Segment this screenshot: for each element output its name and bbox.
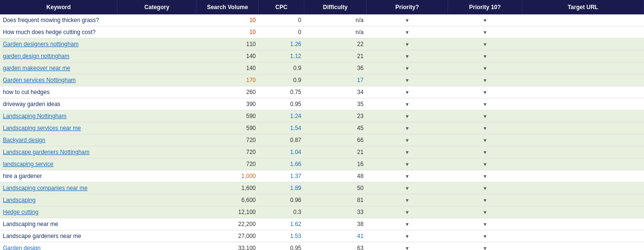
priority10-dropdown[interactable]: ▼	[483, 138, 487, 143]
priority10-cell[interactable]: ▼	[448, 98, 522, 110]
table-row: Landscaping Nottingham5901.2423 ▼ ▼	[0, 110, 644, 122]
priority10-cell[interactable]: ▼	[448, 134, 522, 146]
priority10-cell[interactable]: ▼	[448, 218, 522, 230]
priority-cell[interactable]: ▼	[367, 242, 448, 250]
keyword-link[interactable]: landscaping service	[3, 161, 53, 167]
keyword-link[interactable]: Landscaping services near me	[3, 125, 81, 131]
priority-cell[interactable]: ▼	[367, 98, 448, 110]
priority10-dropdown[interactable]: ▼	[483, 246, 487, 250]
priority-dropdown[interactable]: ▼	[405, 150, 410, 155]
priority-cell[interactable]: ▼	[367, 38, 448, 50]
priority-dropdown[interactable]: ▼	[405, 246, 410, 250]
priority-dropdown[interactable]: ▼	[405, 126, 410, 131]
priority-cell[interactable]: ▼	[367, 26, 448, 38]
priority10-dropdown[interactable]: ▼	[483, 150, 487, 155]
keyword-link[interactable]: Hedge cutting	[3, 209, 38, 215]
priority10-dropdown[interactable]: ▼	[483, 198, 487, 203]
priority10-dropdown[interactable]: ▼	[483, 174, 487, 179]
col-target-url: Target URL	[522, 0, 644, 14]
priority10-cell[interactable]: ▼	[448, 230, 522, 242]
priority-dropdown[interactable]: ▼	[405, 78, 410, 83]
priority-cell[interactable]: ▼	[367, 218, 448, 230]
priority-cell[interactable]: ▼	[367, 146, 448, 158]
priority-dropdown[interactable]: ▼	[405, 222, 410, 227]
keyword-link[interactable]: Garden designers nottingham	[3, 41, 79, 48]
priority10-dropdown[interactable]: ▼	[483, 54, 487, 59]
priority-cell[interactable]: ▼	[367, 122, 448, 134]
priority10-cell[interactable]: ▼	[448, 38, 522, 50]
target-url-cell	[522, 50, 644, 62]
priority-dropdown[interactable]: ▼	[405, 186, 410, 191]
keyword-link[interactable]: Landscaping companies near me	[3, 185, 88, 191]
priority-cell[interactable]: ▼	[367, 134, 448, 146]
priority10-dropdown[interactable]: ▼	[483, 114, 487, 119]
priority-dropdown[interactable]: ▼	[405, 18, 410, 23]
priority-cell[interactable]: ▼	[367, 50, 448, 62]
priority10-cell[interactable]: ▼	[448, 206, 522, 218]
priority10-dropdown[interactable]: ▼	[483, 30, 487, 35]
priority-dropdown[interactable]: ▼	[405, 102, 410, 107]
priority-dropdown[interactable]: ▼	[405, 66, 410, 71]
priority10-cell[interactable]: ▼	[448, 122, 522, 134]
keyword-link[interactable]: Landscaping Nottingham	[3, 113, 67, 119]
priority-dropdown[interactable]: ▼	[405, 234, 410, 239]
priority10-dropdown[interactable]: ▼	[483, 102, 487, 107]
priority10-dropdown[interactable]: ▼	[483, 234, 487, 239]
priority10-cell[interactable]: ▼	[448, 14, 522, 26]
priority10-cell[interactable]: ▼	[448, 146, 522, 158]
keyword-link[interactable]: garden makeover near me	[3, 65, 70, 71]
keyword-cell: hire a gardener	[0, 170, 117, 182]
priority10-cell[interactable]: ▼	[448, 242, 522, 250]
priority-dropdown[interactable]: ▼	[405, 90, 410, 95]
priority10-cell[interactable]: ▼	[448, 74, 522, 86]
priority10-dropdown[interactable]: ▼	[483, 162, 487, 167]
priority10-dropdown[interactable]: ▼	[483, 66, 487, 71]
priority10-dropdown[interactable]: ▼	[483, 42, 487, 47]
priority10-dropdown[interactable]: ▼	[483, 18, 487, 23]
priority10-cell[interactable]: ▼	[448, 194, 522, 206]
keyword-link[interactable]: garden design nottingham	[3, 53, 69, 60]
priority10-cell[interactable]: ▼	[448, 62, 522, 74]
priority10-cell[interactable]: ▼	[448, 110, 522, 122]
keyword-link[interactable]: Landscape gardeners Nottingham	[3, 149, 90, 155]
priority10-dropdown[interactable]: ▼	[483, 78, 487, 83]
priority10-cell[interactable]: ▼	[448, 158, 522, 170]
priority-cell[interactable]: ▼	[367, 206, 448, 218]
keyword-link[interactable]: Backyard design	[3, 137, 46, 143]
priority-cell[interactable]: ▼	[367, 182, 448, 194]
priority-cell[interactable]: ▼	[367, 230, 448, 242]
priority10-cell[interactable]: ▼	[448, 170, 522, 182]
priority-dropdown[interactable]: ▼	[405, 138, 410, 143]
priority-cell[interactable]: ▼	[367, 74, 448, 86]
priority-cell[interactable]: ▼	[367, 14, 448, 26]
priority10-dropdown[interactable]: ▼	[483, 222, 487, 227]
priority-cell[interactable]: ▼	[367, 170, 448, 182]
priority-cell[interactable]: ▼	[367, 86, 448, 98]
target-url-cell	[522, 146, 644, 158]
difficulty-cell: n/a	[304, 26, 367, 38]
priority-dropdown[interactable]: ▼	[405, 162, 410, 167]
priority-dropdown[interactable]: ▼	[405, 114, 410, 119]
priority-dropdown[interactable]: ▼	[405, 30, 410, 35]
priority-dropdown[interactable]: ▼	[405, 198, 410, 203]
priority-dropdown[interactable]: ▼	[405, 210, 410, 215]
priority-cell[interactable]: ▼	[367, 158, 448, 170]
priority10-cell[interactable]: ▼	[448, 50, 522, 62]
priority-dropdown[interactable]: ▼	[405, 174, 410, 179]
priority10-cell[interactable]: ▼	[448, 86, 522, 98]
keyword-link[interactable]: Landscaping	[3, 197, 35, 203]
cpc-cell: 1.66	[259, 158, 304, 170]
priority10-dropdown[interactable]: ▼	[483, 126, 487, 131]
priority10-dropdown[interactable]: ▼	[483, 90, 487, 95]
priority10-cell[interactable]: ▼	[448, 182, 522, 194]
keyword-link[interactable]: Garden design	[3, 245, 41, 250]
priority-cell[interactable]: ▼	[367, 194, 448, 206]
priority-dropdown[interactable]: ▼	[405, 42, 410, 47]
priority10-dropdown[interactable]: ▼	[483, 186, 487, 191]
priority10-cell[interactable]: ▼	[448, 26, 522, 38]
priority10-dropdown[interactable]: ▼	[483, 210, 487, 215]
priority-cell[interactable]: ▼	[367, 110, 448, 122]
keyword-link[interactable]: Garden services Nottingham	[3, 77, 76, 83]
priority-dropdown[interactable]: ▼	[405, 54, 410, 59]
priority-cell[interactable]: ▼	[367, 62, 448, 74]
